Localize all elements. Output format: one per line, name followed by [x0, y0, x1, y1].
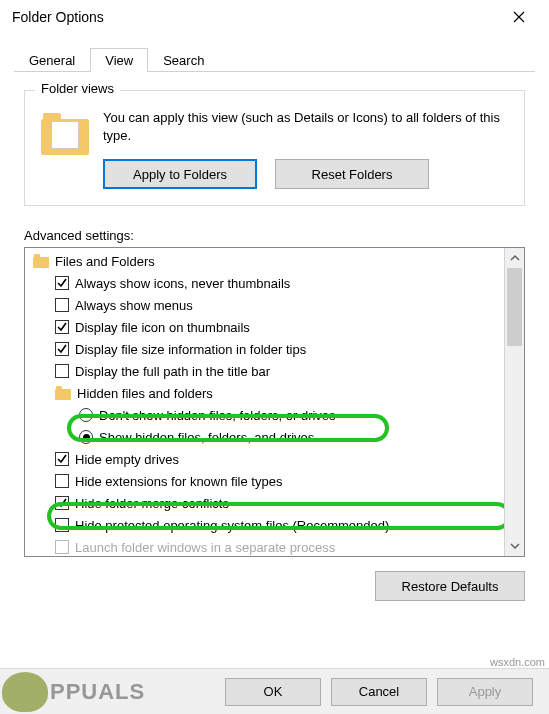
- folder-views-title: Folder views: [35, 81, 120, 96]
- tab-content: Folder views You can apply this view (su…: [0, 72, 549, 601]
- chevron-down-icon: [510, 541, 520, 551]
- tab-view[interactable]: View: [90, 48, 148, 72]
- checkbox-icon[interactable]: [55, 342, 69, 356]
- radio-icon[interactable]: [79, 430, 93, 444]
- scroll-up-button[interactable]: [505, 248, 524, 268]
- checkbox-icon[interactable]: [55, 452, 69, 466]
- tree-item[interactable]: Display file size information in folder …: [29, 338, 504, 360]
- folder-icon: [33, 254, 49, 268]
- titlebar: Folder Options: [0, 0, 549, 34]
- folder-views-group: Folder views You can apply this view (su…: [24, 90, 525, 206]
- source-watermark-text: wsxdn.com: [490, 656, 545, 668]
- tree-item[interactable]: Display the full path in the title bar: [29, 360, 504, 382]
- tree-item-show-hidden[interactable]: Show hidden files, folders, and drives: [29, 426, 504, 448]
- close-icon: [513, 11, 525, 23]
- restore-defaults-button[interactable]: Restore Defaults: [375, 571, 525, 601]
- apply-button[interactable]: Apply: [437, 678, 533, 706]
- checkbox-icon[interactable]: [55, 518, 69, 532]
- tree-item[interactable]: Don't show hidden files, folders, or dri…: [29, 404, 504, 426]
- checkbox-icon[interactable]: [55, 496, 69, 510]
- tab-general[interactable]: General: [14, 48, 90, 72]
- scroll-track[interactable]: [505, 268, 524, 536]
- advanced-settings-listbox: Files and Folders Always show icons, nev…: [24, 247, 525, 557]
- checkbox-icon[interactable]: [55, 298, 69, 312]
- tree-root: Files and Folders: [29, 250, 504, 272]
- chevron-up-icon: [510, 253, 520, 263]
- advanced-settings-label: Advanced settings:: [24, 228, 525, 243]
- folder-views-description: You can apply this view (such as Details…: [103, 109, 508, 145]
- radio-icon[interactable]: [79, 408, 93, 422]
- close-button[interactable]: [497, 2, 541, 32]
- advanced-settings-tree[interactable]: Files and Folders Always show icons, nev…: [25, 248, 504, 556]
- tree-item[interactable]: Hide folder merge conflicts: [29, 492, 504, 514]
- tree-item[interactable]: Hide empty drives: [29, 448, 504, 470]
- folder-icon: [55, 386, 71, 400]
- cancel-button[interactable]: Cancel: [331, 678, 427, 706]
- tab-bar: General View Search: [0, 44, 549, 72]
- tree-item[interactable]: Launch folder windows in a separate proc…: [29, 536, 504, 556]
- checkbox-icon[interactable]: [55, 540, 69, 554]
- window-title: Folder Options: [12, 9, 497, 25]
- tree-item[interactable]: Hide extensions for known file types: [29, 470, 504, 492]
- reset-folders-button[interactable]: Reset Folders: [275, 159, 429, 189]
- tree-item[interactable]: Display file icon on thumbnails: [29, 316, 504, 338]
- tree-item[interactable]: Always show icons, never thumbnails: [29, 272, 504, 294]
- ok-button[interactable]: OK: [225, 678, 321, 706]
- tree-item-hide-protected-os-files[interactable]: Hide protected operating system files (R…: [29, 514, 504, 536]
- tree-item[interactable]: Always show menus: [29, 294, 504, 316]
- vertical-scrollbar[interactable]: [504, 248, 524, 556]
- scroll-down-button[interactable]: [505, 536, 524, 556]
- checkbox-icon[interactable]: [55, 474, 69, 488]
- dialog-button-bar: OK Cancel Apply: [0, 668, 549, 714]
- tab-search[interactable]: Search: [148, 48, 219, 72]
- apply-to-folders-button[interactable]: Apply to Folders: [103, 159, 257, 189]
- folder-icon: [41, 113, 89, 157]
- scroll-thumb[interactable]: [507, 268, 522, 346]
- checkbox-icon[interactable]: [55, 320, 69, 334]
- tree-subfolder: Hidden files and folders: [29, 382, 504, 404]
- checkbox-icon[interactable]: [55, 364, 69, 378]
- checkbox-icon[interactable]: [55, 276, 69, 290]
